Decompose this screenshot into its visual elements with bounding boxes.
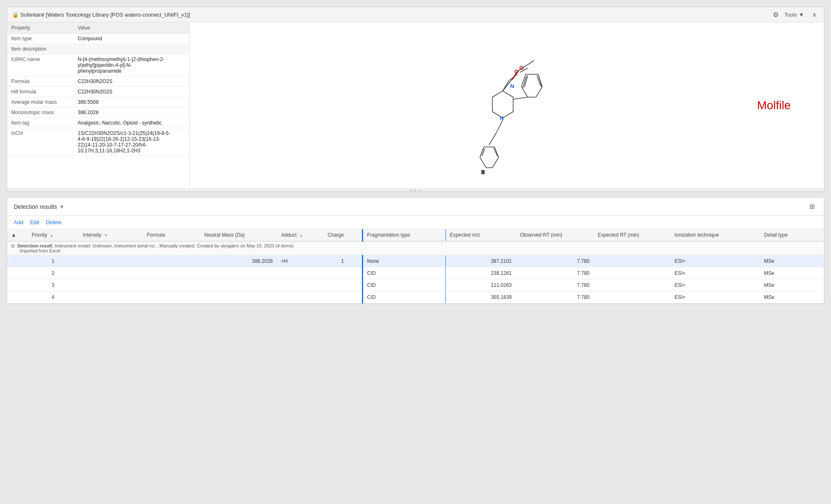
resize-handle[interactable]: • • •: [7, 188, 824, 192]
property-row: Item type Compound: [7, 34, 189, 44]
table-row[interactable]: 4 CID 355.1839 7.780 ESI+ MSe: [7, 291, 824, 303]
table-row[interactable]: 2 CID 238.1261 7.780 ESI+ MSe: [7, 267, 824, 279]
cell-detail-type: MSe: [760, 291, 824, 303]
property-row: IUPAC name N-[4-(methoxymethyl)-1-[2-(th…: [7, 54, 189, 76]
property-value: 1S/C22H30N2O2S/c1-3-21(25)24(19-8-5-4-6-…: [74, 128, 177, 156]
results-table: ▲ Priority ▲ Intensity ▼ Formula Neutral…: [7, 229, 824, 303]
cell-expected-rt: [594, 267, 671, 279]
cell-adduct: [277, 279, 324, 291]
table-row[interactable]: 3 CID 111.0263 7.780 ESI+ MSe: [7, 279, 824, 291]
cell-neutral-mass: 386.2028: [200, 255, 277, 267]
detection-result-label: Detection result:: [17, 243, 54, 248]
property-row: Formula C22H30N2O2S: [7, 76, 189, 87]
cell-frag-type: CID: [362, 279, 445, 291]
property-extra: [177, 87, 189, 97]
col-charge-header[interactable]: Charge: [323, 229, 362, 241]
property-extra: [177, 54, 189, 76]
detection-result-sublabel: Imported from Excel: [20, 248, 60, 253]
sort-arrow-icon: ▲: [11, 232, 16, 238]
extra-col-header: [177, 22, 189, 34]
table-row[interactable]: 1 386.2028 +H 1 None 387.2101 7.780 ESI+…: [7, 255, 824, 267]
cell-intensity: [79, 255, 143, 267]
intensity-sort-icon: ▼: [104, 233, 108, 237]
priority-sort-icon: ▲: [50, 233, 54, 237]
compound-title: 🔒 Sufentanil [Waters Toxicology Library …: [12, 12, 190, 18]
svg-line-2: [481, 148, 484, 155]
cell-ionization: ESI+: [670, 279, 760, 291]
cell-expand: [7, 255, 27, 267]
grid-icon-button[interactable]: ⊞: [807, 202, 817, 211]
cell-priority: 1: [27, 255, 79, 267]
property-extra: [177, 128, 189, 156]
property-name: InChI: [7, 128, 74, 156]
col-expected-mz-header[interactable]: Expected m/z: [445, 229, 516, 241]
section-header-row: Item description: [7, 44, 189, 54]
property-name: Formula: [7, 76, 74, 87]
property-row: Average molar mass 386.5508: [7, 97, 189, 108]
cell-expected-rt: [594, 291, 671, 303]
resize-dots: • • •: [410, 188, 421, 193]
toolbar: Add Edit Delete: [7, 216, 824, 229]
cell-expected-mz: 238.1261: [445, 267, 516, 279]
group-row-cell: ⊟ Detection result: Instrument model: Un…: [7, 241, 824, 255]
cell-frag-type: CID: [362, 267, 445, 279]
cell-ionization: ESI+: [670, 291, 760, 303]
top-panel-body: Property Value Item type Compound Item d…: [7, 22, 824, 188]
svg-line-5: [489, 132, 497, 145]
property-name: Monoisotopic mass: [7, 108, 74, 118]
col-sort-header[interactable]: ▲: [7, 229, 27, 241]
cell-intensity: [79, 291, 143, 303]
results-table-container: ▲ Priority ▲ Intensity ▼ Formula Neutral…: [7, 229, 824, 303]
cell-neutral-mass: [200, 291, 277, 303]
add-button[interactable]: Add: [14, 218, 23, 226]
cell-frag-type: CID: [362, 291, 445, 303]
table-header-row: ▲ Priority ▲ Intensity ▼ Formula Neutral…: [7, 229, 824, 241]
col-ionization-header[interactable]: Ionization technique: [670, 229, 760, 241]
col-detail-type-header[interactable]: Detail type: [760, 229, 824, 241]
expand-icon[interactable]: ⊟: [11, 244, 15, 248]
property-extra: [177, 34, 189, 44]
svg-text:N: N: [510, 83, 514, 89]
chevron-down-icon: ▼: [799, 12, 804, 18]
group-row: ⊟ Detection result: Instrument model: Un…: [7, 241, 824, 255]
col-intensity-header[interactable]: Intensity ▼: [79, 229, 143, 241]
col-priority-header[interactable]: Priority ▲: [27, 229, 79, 241]
svg-line-18: [513, 97, 528, 99]
col-expected-rt-header[interactable]: Expected RT (min): [594, 229, 671, 241]
svg-text:N: N: [500, 115, 504, 121]
detection-results-title-text: Detection results: [14, 203, 57, 210]
compound-panel: 🔒 Sufentanil [Waters Toxicology Library …: [7, 7, 824, 192]
delete-button[interactable]: Delete: [46, 218, 62, 226]
tools-button[interactable]: Tools ▼: [782, 11, 806, 19]
detection-title: Detection results ▼: [14, 203, 64, 210]
col-neutral-mass-header[interactable]: Neutral Mass (Da): [200, 229, 277, 241]
detection-result-count: (4 items): [275, 243, 293, 248]
detection-results-panel: Detection results ▼ ⊞ Add Edit Delete ▲ …: [7, 197, 824, 304]
cell-expected-mz: 355.1839: [445, 291, 516, 303]
svg-line-3: [482, 149, 485, 156]
cell-formula: [143, 255, 200, 267]
cell-observed-rt: 7.780: [516, 279, 593, 291]
cell-neutral-mass: [200, 279, 277, 291]
edit-button[interactable]: Edit: [30, 218, 39, 226]
svg-line-23: [526, 61, 534, 66]
svg-marker-7: [492, 91, 513, 118]
property-value: Analgesic, Narcotic, Opioid - synthetic: [74, 118, 177, 128]
cell-expand: [7, 279, 27, 291]
cell-priority: 2: [27, 267, 79, 279]
property-extra: [177, 76, 189, 87]
cell-expected-mz: 387.2101: [445, 255, 516, 267]
col-adduct-header[interactable]: Adduct ▲: [277, 229, 324, 241]
section-header-cell: Item description: [7, 44, 189, 54]
cell-ionization: ESI+: [670, 267, 760, 279]
property-value: C22H30N2O2S: [74, 87, 177, 97]
collapse-button[interactable]: ∧: [810, 10, 819, 19]
cell-intensity: [79, 279, 143, 291]
col-formula-header[interactable]: Formula: [143, 229, 200, 241]
property-value: 386.5508: [74, 97, 177, 108]
cell-ionization: ESI+: [670, 255, 760, 267]
col-observed-rt-header[interactable]: Observed RT (min): [516, 229, 593, 241]
col-frag-type-header[interactable]: Fragmentation type: [362, 229, 445, 241]
properties-table-container: Property Value Item type Compound Item d…: [7, 22, 190, 188]
detection-chevron-icon[interactable]: ▼: [59, 204, 64, 209]
